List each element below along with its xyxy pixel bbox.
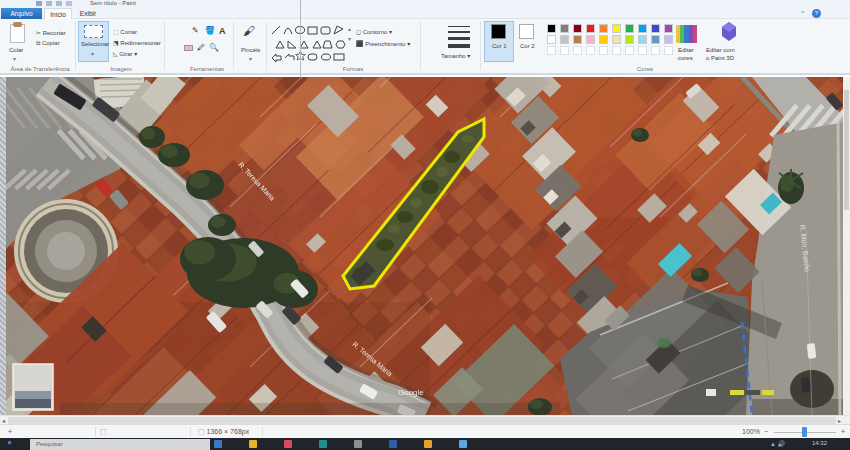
svg-text:Google: Google bbox=[398, 388, 424, 397]
